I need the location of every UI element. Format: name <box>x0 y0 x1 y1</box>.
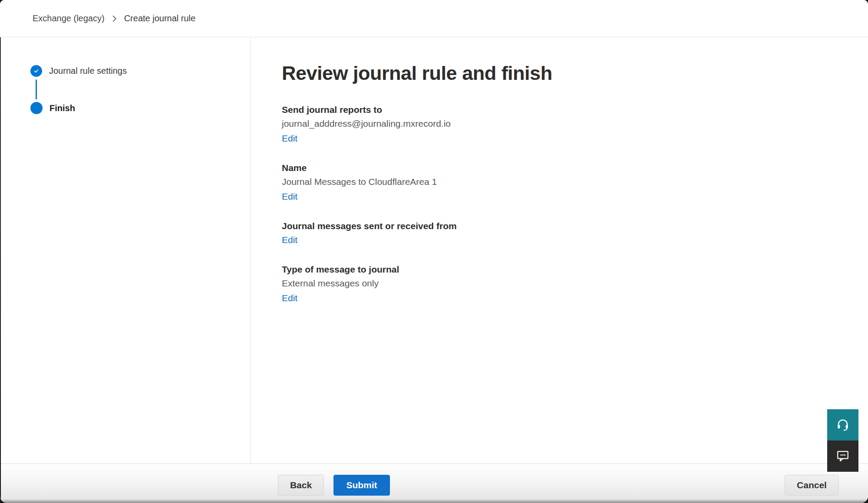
breadcrumb-exchange-legacy[interactable]: Exchange (legacy) <box>33 13 105 23</box>
cancel-button[interactable]: Cancel <box>785 475 839 496</box>
wizard-sidebar: Journal rule settings Finish <box>0 38 251 464</box>
screenshot-stage: Exchange (legacy) Create journal rule Jo… <box>0 0 868 503</box>
section-journal-messages-scope: Journal messages sent or received from E… <box>282 220 842 246</box>
wizard-step-finish: Finish <box>30 102 251 114</box>
headset-icon <box>836 418 850 433</box>
wizard-step-label: Journal rule settings <box>49 65 127 77</box>
submit-button[interactable]: Submit <box>333 475 390 496</box>
wizard-footer: Back Submit Cancel <box>0 464 868 503</box>
breadcrumb: Exchange (legacy) Create journal rule <box>33 13 195 23</box>
section-label: Journal messages sent or received from <box>282 220 842 232</box>
checkmark-icon <box>30 65 42 77</box>
edit-scope-link[interactable]: Edit <box>282 234 297 246</box>
wizard-step-label: Finish <box>50 102 75 114</box>
chevron-right-icon <box>112 15 117 22</box>
section-label: Name <box>282 162 842 174</box>
page-title: Review journal rule and finish <box>282 62 842 85</box>
feedback-bubble-icon <box>836 449 850 464</box>
section-send-journal-reports-to: Send journal reports to journal_adddress… <box>282 104 842 145</box>
section-name: Name Journal Messages to CloudflareArea … <box>282 162 842 203</box>
section-label: Send journal reports to <box>282 104 842 116</box>
rule-name-value: Journal Messages to CloudflareArea 1 <box>282 176 842 188</box>
current-step-dot-icon <box>30 102 43 114</box>
back-button[interactable]: Back <box>278 475 324 496</box>
edit-name-link[interactable]: Edit <box>282 191 297 203</box>
breadcrumb-create-journal-rule: Create journal rule <box>124 13 196 23</box>
exchange-admin-window: Exchange (legacy) Create journal rule Jo… <box>0 0 868 503</box>
wizard-step-journal-rule-settings[interactable]: Journal rule settings <box>30 65 251 77</box>
journal-report-address-value: journal_adddress@journaling.mxrecord.io <box>282 118 842 130</box>
review-panel: Review journal rule and finish Send jour… <box>251 38 868 464</box>
floating-side-buttons <box>827 409 858 472</box>
edit-message-type-link[interactable]: Edit <box>282 292 297 304</box>
help-support-button[interactable] <box>827 409 858 441</box>
feedback-button[interactable] <box>827 441 858 472</box>
message-type-value: External messages only <box>282 277 842 289</box>
edit-send-reports-link[interactable]: Edit <box>282 132 297 145</box>
section-message-type: Type of message to journal External mess… <box>282 263 842 304</box>
page-header: Exchange (legacy) Create journal rule <box>0 0 868 37</box>
step-connector-line <box>36 79 37 99</box>
section-label: Type of message to journal <box>282 263 842 276</box>
